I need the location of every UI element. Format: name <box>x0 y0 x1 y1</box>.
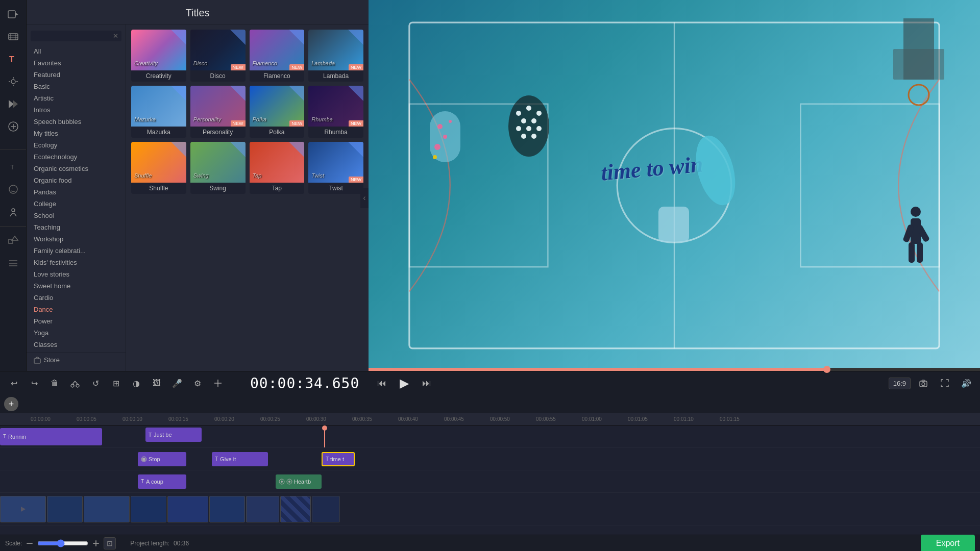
category-item-college[interactable]: College <box>27 198 126 210</box>
rotate-button[interactable]: ↺ <box>87 374 104 392</box>
playhead[interactable] <box>324 425 325 447</box>
video-clip-7[interactable] <box>246 496 279 522</box>
category-item-my-titles[interactable]: My titles <box>27 128 126 139</box>
collapse-panel-button[interactable]: ‹ <box>360 188 369 208</box>
crop-button[interactable]: ⊞ <box>107 374 125 392</box>
category-item-organic-cosmetics[interactable]: Organic cosmetics <box>27 163 126 174</box>
volume-button[interactable]: 🔊 <box>958 374 975 392</box>
title-card-swing[interactable]: SwingSwing <box>190 142 246 194</box>
video-clip-1[interactable] <box>0 496 46 522</box>
video-track <box>0 493 980 525</box>
category-item-classes[interactable]: Classes <box>27 339 126 350</box>
toolbar-lines-icon[interactable] <box>3 253 23 273</box>
clip-give-it[interactable]: T Give it <box>212 452 268 466</box>
toolbar-effects-icon[interactable] <box>3 71 23 92</box>
left-toolbar: T <box>0 0 27 371</box>
image-button[interactable]: 🖼 <box>148 374 165 392</box>
audio-button[interactable]: 🎤 <box>168 374 186 392</box>
category-item-ecology[interactable]: Ecology <box>27 139 126 151</box>
category-item-artistic[interactable]: Artistic <box>27 92 126 104</box>
scale-slider[interactable] <box>37 539 88 547</box>
category-item-cardio[interactable]: Cardio <box>27 292 126 304</box>
fullscreen-button[interactable] <box>936 374 953 392</box>
video-clip-6[interactable] <box>209 496 245 522</box>
timeline-fit-button[interactable]: ⊡ <box>104 537 116 549</box>
skip-forward-button[interactable]: ⏭ <box>418 374 436 392</box>
category-item-kids-festivities[interactable]: Kids' festivities <box>27 257 126 268</box>
store-button[interactable]: Store <box>27 353 126 367</box>
svg-point-44 <box>521 118 526 123</box>
category-item-organic-food[interactable]: Organic food <box>27 174 126 186</box>
effects-button[interactable] <box>209 374 227 392</box>
redo-button[interactable]: ↪ <box>26 374 43 392</box>
title-card-flamenco[interactable]: FlamencoNEWFlamenco <box>250 30 305 82</box>
category-item-workshop[interactable]: Workshop <box>27 233 126 245</box>
snapshot-button[interactable] <box>915 374 932 392</box>
video-clip-2[interactable] <box>47 496 83 522</box>
search-clear-icon[interactable]: ✕ <box>113 32 118 40</box>
category-item-dance[interactable]: Dance <box>27 304 126 315</box>
category-item-favorites[interactable]: Favorites <box>27 57 126 69</box>
video-clip-4[interactable] <box>131 496 166 522</box>
clip-a-coup[interactable]: T A coup <box>138 474 186 489</box>
clip-stop[interactable]: Stop <box>138 452 186 466</box>
settings-button[interactable]: ⚙ <box>189 374 206 392</box>
svg-point-8 <box>11 80 15 84</box>
category-item-ecotechnology[interactable]: Ecotechnology <box>27 151 126 163</box>
play-pause-button[interactable]: ▶ <box>395 374 413 392</box>
add-track-button[interactable]: + <box>4 397 18 411</box>
clip-runnin[interactable]: T Runnin <box>0 428 102 445</box>
export-button[interactable]: Export <box>921 535 975 552</box>
clip-time[interactable]: T time t <box>322 452 355 466</box>
category-item-power[interactable]: Power <box>27 315 126 327</box>
toolbar-title-icon[interactable]: T <box>3 49 23 69</box>
category-item-yoga[interactable]: Yoga <box>27 327 126 339</box>
category-item-speech-bubbles[interactable]: Speech bubbles <box>27 116 126 128</box>
toolbar-text-icon[interactable]: T <box>3 157 23 177</box>
title-card-rhumba[interactable]: RhumbaNEWRhumba <box>308 86 363 138</box>
toolbar-film-icon[interactable] <box>3 27 23 47</box>
toolbar-shapes-icon[interactable] <box>3 231 23 251</box>
clip-just-be[interactable]: T Just be <box>145 428 202 442</box>
toolbar-sticker-icon[interactable] <box>3 179 23 199</box>
category-item-intros[interactable]: Intros <box>27 104 126 116</box>
title-card-disco[interactable]: DiscoNEWDisco <box>190 30 246 82</box>
color-button[interactable]: ◑ <box>128 374 145 392</box>
svg-point-56 <box>911 207 921 217</box>
toolbar-add-icon[interactable] <box>3 116 23 137</box>
search-input[interactable] <box>36 33 113 40</box>
category-item-all[interactable]: All <box>27 45 126 57</box>
category-item-sweet-home[interactable]: Sweet home <box>27 280 126 292</box>
title-card-personality[interactable]: PersonalityNEWPersonality <box>190 86 246 138</box>
title-card-shuffle[interactable]: ShuffleShuffle <box>131 142 186 194</box>
cut-button[interactable] <box>66 374 84 392</box>
skip-back-button[interactable]: ⏮ <box>373 374 391 392</box>
title-card-polka[interactable]: PolkaNEWPolka <box>250 86 305 138</box>
category-item-school[interactable]: School <box>27 210 126 221</box>
svg-point-55 <box>909 85 929 105</box>
toolbar-transitions-icon[interactable] <box>3 94 23 114</box>
category-item-love-stories[interactable]: Love stories <box>27 268 126 280</box>
video-progress-bar[interactable] <box>369 368 980 371</box>
video-clip-9[interactable] <box>312 496 340 522</box>
title-card-twist[interactable]: TwistNEWTwist <box>308 142 363 194</box>
title-card-lambada[interactable]: LambadaNEWLambada <box>308 30 363 82</box>
title-card-creativity[interactable]: CreativityCreativity <box>131 30 186 82</box>
category-item-family-celebration[interactable]: Family celebrati... <box>27 245 126 257</box>
clip-heartb[interactable]: Heartb <box>276 474 322 489</box>
ratio-button[interactable]: 16:9 <box>889 378 911 389</box>
toolbar-sport-icon[interactable] <box>3 202 23 222</box>
category-search[interactable]: ✕ <box>31 31 121 41</box>
video-clip-8[interactable] <box>280 496 311 522</box>
category-item-teaching[interactable]: Teaching <box>27 221 126 233</box>
video-clip-5[interactable] <box>167 496 208 522</box>
undo-button[interactable]: ↩ <box>5 374 22 392</box>
title-card-mazurka[interactable]: MazurkaMazurka <box>131 86 186 138</box>
delete-button[interactable]: 🗑 <box>46 374 63 392</box>
toolbar-video-icon[interactable] <box>3 4 23 24</box>
category-item-featured[interactable]: Featured <box>27 69 126 81</box>
title-card-tap[interactable]: TapTap <box>250 142 305 194</box>
category-item-pandas[interactable]: Pandas <box>27 186 126 198</box>
category-item-basic[interactable]: Basic <box>27 81 126 92</box>
video-clip-3[interactable] <box>84 496 130 522</box>
